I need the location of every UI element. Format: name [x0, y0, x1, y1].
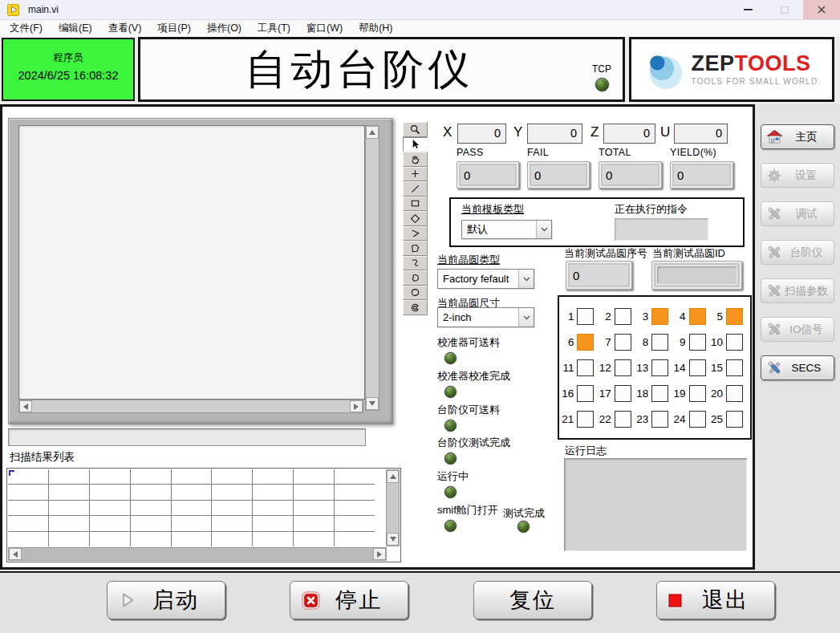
- wafer-checkbox-10[interactable]: [726, 334, 743, 351]
- footer-button-退出[interactable]: 退出: [656, 581, 775, 619]
- table-cell[interactable]: [253, 469, 293, 484]
- wafer-checkbox-2[interactable]: [615, 308, 631, 325]
- menu-item-8[interactable]: 帮助(H): [351, 20, 400, 37]
- table-cell[interactable]: [172, 469, 212, 484]
- table-cell[interactable]: [335, 532, 375, 546]
- table-cell[interactable]: [335, 516, 375, 530]
- close-button[interactable]: [803, 0, 840, 19]
- table-cell[interactable]: [172, 501, 212, 515]
- table-cell[interactable]: [212, 501, 252, 515]
- table-cell[interactable]: [90, 469, 130, 484]
- minimize-button[interactable]: [729, 0, 766, 19]
- table-cell[interactable]: [335, 501, 375, 515]
- table-cell[interactable]: [90, 532, 130, 546]
- u-axis-field[interactable]: 0: [674, 124, 728, 144]
- scroll-left-button[interactable]: [9, 548, 22, 560]
- wafer-checkbox-16[interactable]: [577, 385, 594, 402]
- wafer-checkbox-17[interactable]: [615, 385, 631, 402]
- y-axis-field[interactable]: 0: [527, 124, 582, 144]
- wafer-checkbox-21[interactable]: [577, 411, 594, 428]
- wafer-checkbox-1[interactable]: [577, 308, 594, 325]
- table-cell[interactable]: [335, 469, 375, 484]
- scroll-left-button[interactable]: [19, 400, 32, 412]
- wafer-checkbox-19[interactable]: [689, 385, 706, 402]
- image-canvas[interactable]: [18, 125, 365, 400]
- wafer-checkbox-13[interactable]: [651, 359, 668, 376]
- sidebar-button-设置[interactable]: 设置: [761, 163, 834, 188]
- tool-freehand-region-icon[interactable]: [403, 270, 428, 286]
- menu-item-6[interactable]: 工具(T): [250, 20, 298, 37]
- wafer-checkbox-24[interactable]: [689, 411, 706, 428]
- table-cell[interactable]: [212, 516, 252, 530]
- sidebar-button-台阶仪[interactable]: 台阶仪: [761, 240, 834, 265]
- wafer-checkbox-4[interactable]: [689, 308, 706, 325]
- tool-polygon-icon[interactable]: [403, 241, 428, 256]
- wafer-checkbox-12[interactable]: [615, 359, 631, 376]
- x-axis-field[interactable]: 0: [457, 124, 506, 144]
- table-cell[interactable]: [253, 532, 293, 546]
- table-cell[interactable]: [49, 501, 89, 515]
- wafer-checkbox-15[interactable]: [726, 359, 743, 376]
- scan-status-field[interactable]: [8, 428, 366, 446]
- table-cell[interactable]: [212, 532, 252, 546]
- table-cell[interactable]: [253, 516, 293, 530]
- table-cell[interactable]: [8, 485, 48, 499]
- scroll-down-button[interactable]: [366, 397, 379, 410]
- table-horizontal-scrollbar[interactable]: [8, 547, 387, 561]
- table-cell[interactable]: [131, 532, 171, 546]
- wafer-checkbox-18[interactable]: [651, 385, 668, 402]
- wafer-checkbox-11[interactable]: [577, 359, 594, 376]
- wafer-checkbox-8[interactable]: [651, 334, 668, 351]
- image-vertical-scrollbar[interactable]: [365, 125, 379, 411]
- footer-button-启动[interactable]: 启动: [107, 581, 225, 619]
- wafer-size-dropdown[interactable]: 2-inch: [437, 307, 534, 327]
- table-cell[interactable]: [172, 516, 212, 530]
- table-cell[interactable]: [294, 501, 334, 515]
- table-cell[interactable]: [90, 516, 130, 530]
- footer-button-停止[interactable]: 停止: [290, 581, 408, 619]
- table-cell[interactable]: [49, 469, 89, 484]
- wafer-type-dropdown[interactable]: Factory fefault: [437, 269, 534, 289]
- menu-item-4[interactable]: 项目(P): [149, 20, 199, 37]
- wafer-checkbox-5[interactable]: [726, 308, 743, 325]
- table-cell[interactable]: [253, 501, 293, 515]
- table-cell[interactable]: [131, 469, 171, 484]
- table-cell[interactable]: [49, 485, 89, 499]
- sidebar-button-SECS[interactable]: SECS: [761, 355, 834, 380]
- menu-item-3[interactable]: 查看(V): [100, 20, 150, 37]
- table-cell[interactable]: [172, 532, 212, 546]
- menu-item-2[interactable]: 编辑(E): [51, 20, 100, 37]
- table-cell[interactable]: [8, 516, 48, 530]
- image-horizontal-scrollbar[interactable]: [18, 400, 363, 413]
- footer-button-复位[interactable]: 复位: [473, 581, 592, 619]
- tool-cursor-arrow-icon[interactable]: [403, 137, 428, 152]
- run-log-box[interactable]: [564, 458, 747, 551]
- menu-item-7[interactable]: 窗口(W): [298, 20, 351, 37]
- table-vertical-scrollbar[interactable]: [386, 469, 400, 546]
- tool-polyline-icon[interactable]: [403, 226, 428, 241]
- table-cell[interactable]: [212, 485, 252, 499]
- sidebar-button-IO信号[interactable]: IO信号: [761, 317, 834, 342]
- table-cell[interactable]: [294, 469, 334, 484]
- table-cell[interactable]: [131, 516, 171, 530]
- table-cell[interactable]: [294, 485, 334, 499]
- wafer-checkbox-3[interactable]: [651, 308, 668, 325]
- table-cell[interactable]: [8, 501, 48, 515]
- table-cell[interactable]: [335, 485, 375, 499]
- wafer-checkbox-23[interactable]: [651, 411, 668, 428]
- wafer-checkbox-22[interactable]: [615, 411, 631, 428]
- table-cell[interactable]: [294, 532, 334, 546]
- scroll-right-button[interactable]: [373, 548, 386, 560]
- wafer-checkbox-9[interactable]: [689, 334, 706, 351]
- sidebar-button-调试[interactable]: 调试: [761, 201, 834, 226]
- table-cell[interactable]: [90, 501, 130, 515]
- wafer-checkbox-7[interactable]: [615, 334, 631, 351]
- scroll-down-button[interactable]: [387, 533, 399, 546]
- tool-pan-hand-icon[interactable]: [403, 152, 428, 167]
- tool-crosshair-icon[interactable]: [403, 167, 428, 182]
- tool-ellipse-icon[interactable]: [403, 286, 428, 301]
- scroll-up-button[interactable]: [366, 126, 379, 139]
- scroll-right-button[interactable]: [350, 400, 363, 412]
- menu-item-1[interactable]: 文件(F): [2, 20, 51, 37]
- wafer-checkbox-25[interactable]: [726, 411, 743, 428]
